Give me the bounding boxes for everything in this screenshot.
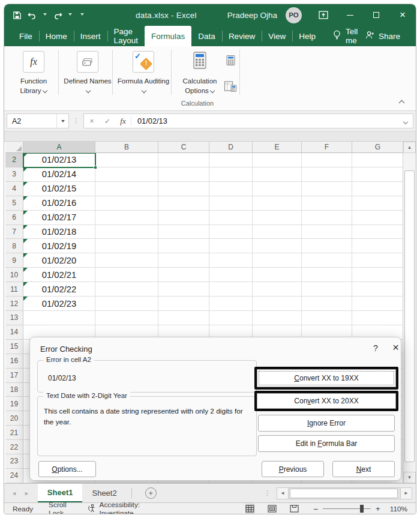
- save-icon[interactable]: [13, 11, 22, 20]
- cell-a4[interactable]: 01/02/15: [23, 182, 95, 196]
- column-header-f[interactable]: F: [302, 142, 352, 153]
- cell-c5[interactable]: [158, 196, 209, 211]
- cell-c8[interactable]: [158, 239, 209, 253]
- cell-f12[interactable]: [302, 297, 352, 311]
- row-header-6[interactable]: 6: [5, 211, 23, 225]
- cell-a10[interactable]: 01/02/21: [23, 268, 95, 282]
- insert-function-icon[interactable]: fx: [115, 116, 131, 126]
- cell-a6[interactable]: 01/02/17: [23, 211, 95, 225]
- cell-b5[interactable]: [95, 196, 158, 211]
- row-header-7[interactable]: 7: [5, 225, 23, 239]
- cell-f7[interactable]: [302, 225, 352, 239]
- function-library-group[interactable]: fx Function Library: [9, 51, 58, 95]
- cell-g13[interactable]: [352, 311, 404, 325]
- accessibility-status[interactable]: Accessibility: Investigate: [88, 501, 146, 515]
- cell-b12[interactable]: [95, 297, 158, 311]
- tab-page-layout[interactable]: Page Layout: [107, 26, 145, 46]
- row-header-4[interactable]: 4: [5, 182, 23, 196]
- normal-view-icon[interactable]: [245, 504, 254, 514]
- cell-c10[interactable]: [158, 268, 209, 282]
- cell-d10[interactable]: [209, 268, 253, 282]
- row-header-3[interactable]: 3: [5, 167, 23, 182]
- defined-names-group[interactable]: Defined Names: [63, 51, 112, 95]
- cell-g10[interactable]: [352, 268, 404, 282]
- cell-g3[interactable]: [352, 167, 404, 182]
- row-header-14[interactable]: 14: [5, 325, 23, 340]
- row-header-16[interactable]: 16: [5, 354, 23, 369]
- share-button[interactable]: Share: [365, 26, 400, 46]
- sheet-nav-left-icon[interactable]: ◄: [11, 490, 17, 496]
- cell-g8[interactable]: [352, 239, 404, 253]
- row-header-10[interactable]: 10: [5, 268, 23, 282]
- cell-e13[interactable]: [253, 311, 302, 325]
- cell-a12[interactable]: 01/02/23: [23, 297, 95, 311]
- new-sheet-button[interactable]: +: [145, 487, 157, 499]
- cell-c4[interactable]: [158, 182, 209, 196]
- row-header-17[interactable]: 17: [5, 369, 23, 383]
- tab-file[interactable]: File: [13, 26, 39, 46]
- cell-g11[interactable]: [352, 282, 404, 297]
- row-header-19[interactable]: 19: [5, 397, 23, 411]
- cell-b10[interactable]: [95, 268, 158, 282]
- cell-d4[interactable]: [209, 182, 253, 196]
- cell-c7[interactable]: [158, 225, 209, 239]
- cell-c2[interactable]: [158, 153, 209, 167]
- column-header-e[interactable]: E: [253, 142, 302, 153]
- maximize-button[interactable]: [363, 4, 389, 26]
- scroll-down-icon[interactable]: ▼: [403, 472, 416, 483]
- page-break-preview-icon[interactable]: [290, 504, 299, 514]
- horizontal-scrollbar[interactable]: ◄ ►: [277, 487, 412, 499]
- cell-d12[interactable]: [209, 297, 253, 311]
- cell-f8[interactable]: [302, 239, 352, 253]
- calculate-now-icon[interactable]: [226, 55, 236, 68]
- calculation-options-button[interactable]: Calculation Options: [176, 51, 224, 95]
- cell-f3[interactable]: [302, 167, 352, 182]
- cell-f5[interactable]: [302, 196, 352, 211]
- cell-e10[interactable]: [253, 268, 302, 282]
- tab-home[interactable]: Home: [39, 26, 74, 46]
- row-header-18[interactable]: 18: [5, 383, 23, 397]
- cell-f9[interactable]: [302, 253, 352, 268]
- cell-e5[interactable]: [253, 196, 302, 211]
- cell-d5[interactable]: [209, 196, 253, 211]
- row-header-5[interactable]: 5: [5, 196, 23, 211]
- cell-e3[interactable]: [253, 167, 302, 182]
- formula-bar-value[interactable]: 01/02/13: [131, 116, 402, 125]
- zoom-slider-thumb[interactable]: [360, 505, 364, 513]
- name-box-dropdown-icon[interactable]: [56, 114, 65, 128]
- row-header-21[interactable]: 21: [5, 426, 23, 440]
- zoom-slider[interactable]: [323, 508, 371, 510]
- cell-e6[interactable]: [253, 211, 302, 225]
- cell-f13[interactable]: [302, 311, 352, 325]
- cell-e2[interactable]: [253, 153, 302, 167]
- cell-b13[interactable]: [95, 311, 158, 325]
- convert-xx-to-20xx-button[interactable]: Convert XX to 20XX: [257, 393, 396, 409]
- cell-a9[interactable]: 01/02/20: [23, 253, 95, 268]
- cell-f4[interactable]: [302, 182, 352, 196]
- sheet-nav-right-icon[interactable]: ►: [24, 490, 29, 496]
- minimize-button[interactable]: [337, 4, 363, 26]
- column-header-a[interactable]: A: [23, 142, 95, 153]
- vertical-scrollbar-thumb[interactable]: [404, 170, 415, 462]
- options-button[interactable]: Options...: [38, 461, 96, 477]
- tab-data[interactable]: Data: [191, 26, 222, 46]
- cell-e7[interactable]: [253, 225, 302, 239]
- cell-b4[interactable]: [95, 182, 158, 196]
- formula-auditing-group[interactable]: ✓! Formula Auditing: [117, 51, 170, 95]
- cell-c3[interactable]: [158, 167, 209, 182]
- cell-e11[interactable]: [253, 282, 302, 297]
- redo-dropdown-icon[interactable]: [68, 13, 72, 16]
- dialog-help-button[interactable]: ?: [373, 343, 378, 353]
- zoom-in-button[interactable]: +: [376, 504, 380, 513]
- cell-f6[interactable]: [302, 211, 352, 225]
- vertical-scrollbar[interactable]: ▲ ▼: [403, 142, 416, 483]
- cell-a5[interactable]: 01/02/16: [23, 196, 95, 211]
- cell-b8[interactable]: [95, 239, 158, 253]
- cell-d8[interactable]: [209, 239, 253, 253]
- avatar[interactable]: PO: [286, 7, 302, 23]
- cell-c6[interactable]: [158, 211, 209, 225]
- cell-g4[interactable]: [352, 182, 404, 196]
- horizontal-scrollbar-thumb[interactable]: [290, 489, 398, 498]
- cell-a2[interactable]: 01/02/13: [23, 153, 95, 167]
- tab-view[interactable]: View: [262, 26, 292, 46]
